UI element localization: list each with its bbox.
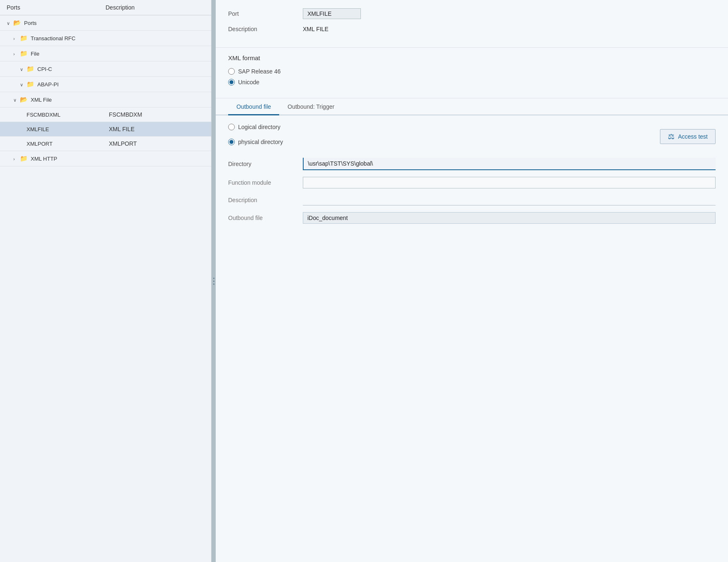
desc-cell-file [106,52,212,55]
tree-label: ABAP-PI [37,81,58,88]
xml-format-title: XML format [228,54,716,61]
folder-icon: 📁 [20,155,28,162]
access-test-button[interactable]: ⚖ Access test [660,129,716,144]
tree-row-abap-pi[interactable]: ∨ 📁 ABAP-PI [0,77,211,92]
outbound-file-label: Outbound file [228,215,303,221]
desc-cell-ports-root [106,21,212,24]
tree-row-xmlfile[interactable]: XMLFILEXML FILE [0,122,211,137]
tree-label: CPI-C [37,66,52,72]
desc-cell-transactional-rfc [106,37,212,40]
panel-divider[interactable] [212,0,216,562]
logical-dir-label[interactable]: Logical directory [238,124,280,130]
tree-cell-xmlport: XMLPORT [0,139,106,149]
desc-cell-cpic [106,67,212,71]
col2-header: Description [106,4,205,11]
tree-label: XMLPORT [27,141,53,147]
tab-outbound-trigger[interactable]: Outbound: Trigger [279,98,343,115]
port-value: XMLFILE [303,8,361,19]
sap46-radio[interactable] [228,68,235,75]
port-description-section: Port XMLFILE Description XML FILE [216,0,728,48]
tree-row-xml-http[interactable]: › 📁 XML HTTP [0,151,211,166]
tree-label: File [31,51,39,57]
folder-icon: 📁 [27,81,34,88]
desc-cell-abap-pi [106,83,212,86]
function-module-row: Function module [228,177,716,188]
tree-cell-transactional-rfc: › 📁 Transactional RFC [0,33,106,44]
tree-container: ∨ 📂 Ports› 📁 Transactional RFC› 📁 File∨ … [0,15,211,562]
tree-cell-abap-pi: ∨ 📁 ABAP-PI [0,79,106,90]
outbound-file-row: Outbound file iDoc_document [228,212,716,224]
directory-row: Directory [228,158,716,170]
chevron-icon[interactable]: › [13,36,17,40]
unicode-radio-row: Unicode [228,79,716,86]
tree-label: XML HTTP [31,156,57,162]
directory-input[interactable] [303,158,716,170]
directory-label: Directory [228,161,303,167]
function-module-label: Function module [228,179,303,186]
tabs-bar: Outbound file Outbound: Trigger [216,98,728,115]
description-row: Description XML FILE [228,26,716,32]
unicode-radio[interactable] [228,79,235,86]
tree-row-ports-root[interactable]: ∨ 📂 Ports [0,15,211,31]
right-panel: Port XMLFILE Description XML FILE XML fo… [216,0,728,562]
chevron-down-icon[interactable]: ∨ [13,98,17,102]
xml-format-section: XML format SAP Release 46 Unicode [216,48,728,98]
tree-row-cpic[interactable]: ∨ 📁 CPI-C [0,61,211,77]
tree-label: Ports [24,20,37,26]
directory-options-row: Logical directory physical directory ⚖ A… [228,124,716,149]
tree-row-transactional-rfc[interactable]: › 📁 Transactional RFC [0,31,211,46]
directory-radio-options: Logical directory physical directory [228,124,283,149]
desc-cell-xml-file [106,98,212,101]
description-value: XML FILE [303,26,329,32]
unicode-label[interactable]: Unicode [238,79,259,86]
port-row: Port XMLFILE [228,8,716,19]
tree-cell-file: › 📁 File [0,48,106,59]
tree-label: FSCMBDXML [27,112,61,118]
tree-cell-cpic: ∨ 📁 CPI-C [0,64,106,74]
divider-dot-1 [213,278,214,279]
tree-cell-xmlfile: XMLFILE [0,125,106,134]
physical-dir-row: physical directory [228,139,283,145]
outbound-file-content: Logical directory physical directory ⚖ A… [216,115,728,238]
folder-icon: 📁 [20,50,28,57]
sap46-radio-row: SAP Release 46 [228,68,716,75]
function-module-input[interactable] [303,177,716,188]
chevron-icon[interactable]: ∨ [20,82,24,86]
tree-cell-ports-root: ∨ 📂 Ports [0,17,106,28]
scales-icon: ⚖ [668,132,674,141]
tree-label: XMLFILE [27,126,49,132]
chevron-down-icon[interactable]: ∨ [7,21,11,25]
folder-icon: 📁 [27,65,34,73]
folder-open-icon: 📂 [13,19,21,27]
physical-dir-radio[interactable] [228,139,235,145]
tree-row-fscmbdxml[interactable]: FSCMBDXMLFSCMBDXM [0,108,211,122]
chevron-icon[interactable]: › [13,51,17,56]
access-test-label: Access test [678,133,708,140]
desc-cell-xmlport: XMLPORT [106,139,212,149]
tab-outbound-file[interactable]: Outbound file [228,98,279,115]
tree-cell-xml-http: › 📁 XML HTTP [0,153,106,164]
description-form-row: Description [228,194,716,205]
desc-cell-xmlfile: XML FILE [106,124,212,134]
description-form-input[interactable] [303,194,716,205]
tree-cell-fscmbdxml: FSCMBDXML [0,110,106,120]
port-label: Port [228,10,303,17]
folder-icon: 📁 [20,34,28,42]
sap46-label[interactable]: SAP Release 46 [238,68,280,75]
chevron-icon[interactable]: › [13,156,17,161]
desc-cell-xml-http [106,157,212,160]
tree-row-xml-file[interactable]: ∨ 📂 XML File [0,92,211,108]
description-label: Description [228,26,303,32]
col1-header: Ports [7,4,106,11]
tree-row-xmlport[interactable]: XMLPORTXMLPORT [0,137,211,151]
folder-open-icon: 📂 [20,96,28,103]
tree-row-file[interactable]: › 📁 File [0,46,211,61]
logical-dir-row: Logical directory [228,124,283,130]
logical-dir-radio[interactable] [228,124,235,130]
chevron-icon[interactable]: ∨ [20,67,24,71]
description-form-label: Description [228,197,303,203]
tree-header: Ports Description [0,0,211,15]
tree-label: XML File [31,97,52,103]
tree-cell-xml-file: ∨ 📂 XML File [0,94,106,105]
physical-dir-label[interactable]: physical directory [238,139,283,145]
